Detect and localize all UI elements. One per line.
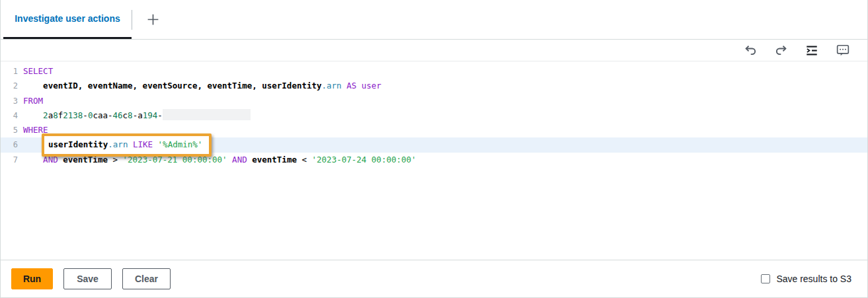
code-token: AS (346, 81, 356, 91)
code-line[interactable]: 1SELECT (1, 64, 867, 79)
code-token: c (123, 110, 128, 120)
code-token: - (83, 110, 88, 120)
code-token: < (297, 155, 312, 165)
plus-icon (146, 13, 160, 26)
save-button[interactable]: Save (63, 268, 112, 289)
line-number: 4 (1, 108, 18, 123)
code-token: SELECT (23, 66, 53, 76)
code-token: eventID, eventName, eventSource, eventTi… (43, 81, 321, 91)
code-token (23, 110, 43, 120)
line-number: 7 (1, 153, 18, 167)
query-editor-panel: Investigate user actions (0, 0, 868, 298)
undo-button[interactable] (744, 44, 757, 57)
code-token (227, 155, 233, 165)
code-token: 46 (113, 110, 123, 120)
code-token: userIdentity (48, 139, 108, 149)
format-code-button[interactable] (805, 44, 818, 57)
code-token: 8 (128, 110, 133, 120)
code-token: .arn (108, 139, 128, 149)
code-token: a (138, 110, 143, 120)
line-number: 1 (1, 64, 18, 79)
code-token: caa (93, 110, 108, 120)
code-lines: 1SELECT2 eventID, eventName, eventSource… (1, 64, 867, 167)
code-line[interactable]: 4 2a8f2138-0caa-46c8-a194- (1, 108, 867, 123)
line-content: userIdentity.arn LIKE '%Admin%' (23, 139, 212, 149)
undo-icon (744, 44, 757, 57)
save-results-s3-option[interactable]: Save results to S3 (761, 274, 851, 284)
code-token: LIKE (133, 139, 153, 149)
code-token: - (157, 110, 163, 120)
line-number: 5 (1, 123, 18, 137)
code-token: 2138 (63, 110, 83, 120)
tab-label: Investigate user actions (15, 13, 120, 24)
sql-editor[interactable]: 1SELECT2 eventID, eventName, eventSource… (1, 61, 867, 260)
save-results-s3-checkbox[interactable] (761, 274, 770, 283)
redacted-text (163, 109, 251, 120)
line-number: 6 (1, 137, 18, 152)
editor-tab-bar: Investigate user actions (1, 0, 867, 40)
redo-icon (775, 44, 787, 57)
editor-toolbar (1, 40, 867, 61)
code-line[interactable]: 6userIdentity.arn LIKE '%Admin%' (1, 137, 867, 152)
line-content: FROM (23, 96, 43, 106)
line-number: 3 (1, 94, 18, 108)
code-line[interactable]: 3FROM (1, 94, 867, 108)
save-results-s3-label: Save results to S3 (776, 274, 851, 284)
code-token: FROM (23, 96, 43, 106)
code-token (356, 81, 362, 91)
clear-button[interactable]: Clear (122, 268, 171, 289)
tab-investigate-user-actions[interactable]: Investigate user actions (3, 0, 132, 39)
format-indent-icon (805, 44, 818, 57)
code-line[interactable]: 2 eventID, eventName, eventSource, event… (1, 79, 867, 93)
code-token (23, 155, 43, 165)
line-content: SELECT (23, 66, 53, 76)
add-tab-button[interactable] (132, 0, 173, 39)
comment-button[interactable] (836, 44, 849, 57)
code-token: .arn (322, 81, 342, 91)
code-token: '2023-07-24 00:00:00' (312, 155, 416, 165)
code-token: AND (232, 155, 247, 165)
code-token: eventTime (252, 155, 297, 165)
code-token: 194 (143, 110, 158, 120)
comment-icon (836, 44, 849, 57)
code-token (128, 139, 133, 149)
code-token: user (362, 81, 381, 91)
code-token: '%Admin%' (158, 139, 203, 149)
line-content: eventID, eventName, eventSource, eventTi… (23, 81, 381, 91)
code-token (23, 81, 43, 91)
run-button[interactable]: Run (11, 268, 53, 289)
line-content: 2a8f2138-0caa-46c8-a194- (23, 110, 251, 120)
highlight-annotation-box: userIdentity.arn LIKE '%Admin%' (42, 133, 212, 156)
editor-footer: Run Save Clear Save results to S3 (1, 260, 867, 297)
redo-button[interactable] (775, 44, 787, 57)
line-number: 2 (1, 79, 18, 93)
code-token: 8 (53, 110, 58, 120)
code-token: - (108, 110, 113, 120)
code-token (153, 139, 158, 149)
code-token: 2 (43, 110, 48, 120)
